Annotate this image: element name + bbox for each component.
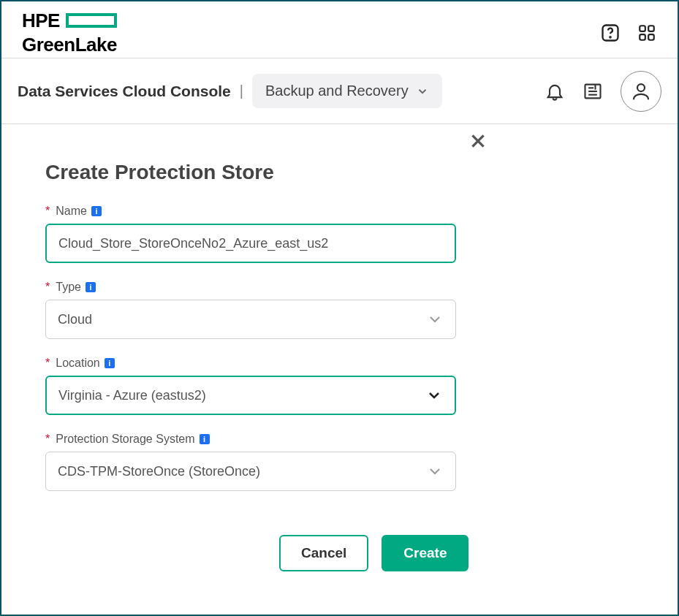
sub-header: Data Services Cloud Console | Backup and… xyxy=(1,58,678,124)
location-select-value: Virginia - Azure (eastus2) xyxy=(58,388,206,403)
console-title: Data Services Cloud Console xyxy=(18,83,231,100)
name-label-text: Name xyxy=(56,205,87,218)
location-label: * Location i xyxy=(45,357,634,370)
type-label-text: Type xyxy=(56,281,81,294)
storage-system-label: * Protection Storage System i xyxy=(45,433,634,446)
svg-rect-2 xyxy=(640,26,645,31)
type-select[interactable]: Cloud xyxy=(45,300,456,339)
field-location-group: * Location i Virginia - Azure (eastus2) xyxy=(45,357,634,415)
type-label: * Type i xyxy=(45,281,634,294)
brand-logo: HPE GreenLake xyxy=(22,9,117,56)
location-label-text: Location xyxy=(56,357,100,370)
chevron-down-icon xyxy=(425,387,443,404)
person-icon xyxy=(630,80,652,102)
info-icon[interactable]: i xyxy=(86,282,96,292)
storage-system-select-value: CDS-TPM-StoreOnce (StoreOnce) xyxy=(58,464,260,479)
help-icon xyxy=(600,23,621,43)
svg-point-1 xyxy=(610,37,610,37)
news-button[interactable] xyxy=(583,81,603,102)
svg-rect-3 xyxy=(648,26,654,31)
info-icon[interactable]: i xyxy=(91,206,102,216)
create-button[interactable]: Create xyxy=(382,535,469,571)
info-icon[interactable]: i xyxy=(105,358,115,368)
top-header: HPE GreenLake xyxy=(1,1,678,58)
help-button[interactable] xyxy=(600,23,621,43)
apps-grid-icon xyxy=(637,23,656,42)
field-type-group: * Type i Cloud xyxy=(45,281,634,339)
required-star: * xyxy=(45,205,50,218)
service-dropdown-label: Backup and Recovery xyxy=(265,83,409,99)
modal-content: Create Protection Store * Name i * Type … xyxy=(1,124,678,595)
field-name-group: * Name i xyxy=(45,205,634,263)
service-dropdown[interactable]: Backup and Recovery xyxy=(252,74,442,108)
close-icon xyxy=(469,132,488,151)
storage-system-label-text: Protection Storage System xyxy=(56,433,194,446)
storage-system-select[interactable]: CDS-TPM-StoreOnce (StoreOnce) xyxy=(45,452,456,491)
required-star: * xyxy=(45,357,50,370)
chevron-down-icon xyxy=(426,463,444,480)
svg-rect-4 xyxy=(640,34,645,40)
top-header-actions xyxy=(600,23,657,43)
svg-rect-5 xyxy=(648,34,654,40)
chevron-down-icon xyxy=(426,311,444,328)
field-storage-system-group: * Protection Storage System i CDS-TPM-St… xyxy=(45,433,634,491)
modal-title: Create Protection Store xyxy=(45,161,634,184)
chevron-down-icon xyxy=(416,85,429,98)
required-star: * xyxy=(45,433,50,446)
name-input[interactable] xyxy=(45,224,456,263)
name-label: * Name i xyxy=(45,205,634,218)
bell-icon xyxy=(545,80,565,102)
hpe-text: HPE xyxy=(22,9,60,32)
cancel-button[interactable]: Cancel xyxy=(279,535,368,571)
svg-point-11 xyxy=(637,84,645,91)
close-button[interactable] xyxy=(469,132,488,153)
newspaper-icon xyxy=(583,80,603,102)
greenlake-text: GreenLake xyxy=(22,34,117,56)
modal-actions: Cancel Create xyxy=(279,535,634,571)
notifications-button[interactable] xyxy=(545,81,565,102)
user-avatar-button[interactable] xyxy=(621,71,661,112)
hpe-bar-icon xyxy=(66,13,117,28)
required-star: * xyxy=(45,281,50,294)
location-select[interactable]: Virginia - Azure (eastus2) xyxy=(45,376,456,415)
type-select-value: Cloud xyxy=(58,312,92,327)
apps-button[interactable] xyxy=(637,23,657,43)
title-divider: | xyxy=(240,83,243,99)
info-icon[interactable]: i xyxy=(200,434,210,444)
